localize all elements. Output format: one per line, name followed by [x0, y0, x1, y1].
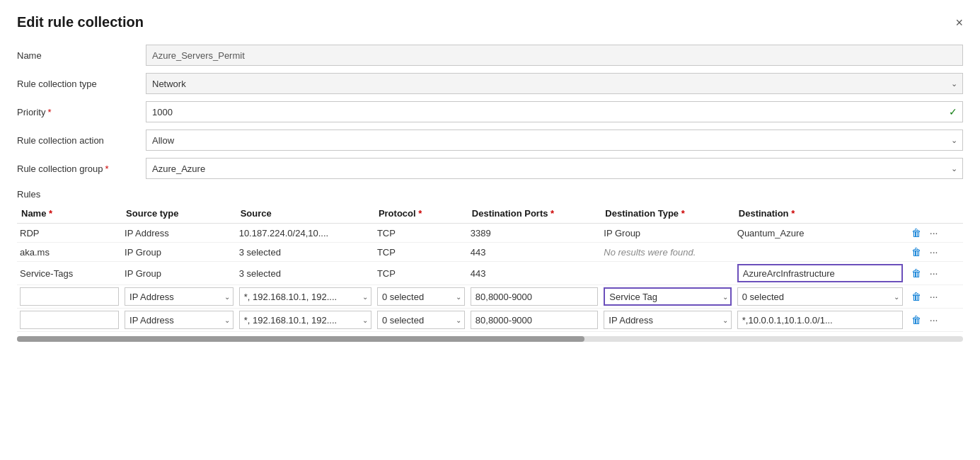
row4-source-type-select-wrap: IP Address IP Group ⌄ — [125, 287, 234, 306]
row5-dest-ports-input[interactable] — [471, 311, 598, 329]
row4-destination-select-wrap: 0 selected ⌄ — [737, 287, 903, 306]
rules-label: Rules — [17, 189, 963, 200]
check-icon: ✓ — [949, 106, 957, 117]
col-actions — [906, 205, 963, 224]
action-select[interactable]: Allow Deny — [146, 130, 963, 151]
row4-dest-type-select[interactable]: Service Tag IP Address IP Group — [604, 287, 731, 306]
panel-title: Edit rule collection — [17, 14, 144, 30]
row5-destination-input[interactable] — [737, 311, 903, 329]
row2-delete-button[interactable]: 🗑 — [909, 245, 924, 259]
row5-dest-type-select[interactable]: IP Address IP Group Service Tag — [604, 311, 731, 329]
row1-source: 10.187.224.0/24,10.... — [239, 228, 329, 238]
row4-name-input[interactable] — [20, 287, 119, 306]
row3-protocol: TCP — [377, 268, 396, 279]
edit-rule-collection-panel: Edit rule collection × Name Rule collect… — [0, 0, 980, 460]
col-source-type: Source type — [122, 205, 236, 224]
row5-source-select[interactable]: *, 192.168.10.1, 192.... — [239, 311, 371, 329]
group-row: Rule collection group * Azure_Azure ⌄ — [17, 158, 963, 179]
col-destination: Destination * — [734, 205, 906, 224]
row2-name: aka.ms — [20, 247, 50, 258]
table-row: RDP IP Address 10.187.224.0/24,10.... TC… — [17, 224, 963, 243]
row5-source-type-select[interactable]: IP Address IP Group — [125, 311, 234, 329]
col-protocol: Protocol * — [374, 205, 468, 224]
row3-dest-ports: 443 — [471, 268, 486, 279]
rules-table: Name * Source type Source Protocol * Des… — [17, 205, 963, 332]
row3-destination-input[interactable] — [737, 264, 903, 282]
col-dest-type: Destination Type * — [601, 205, 734, 224]
row4-more-button[interactable]: ··· — [927, 289, 941, 304]
form-section: Name Rule collection type Network ⌄ Prio… — [17, 45, 963, 179]
row3-delete-button[interactable]: 🗑 — [909, 266, 924, 280]
row5-protocol-select[interactable]: 0 selected TCP UDP — [377, 311, 465, 329]
priority-row: Priority * ✓ — [17, 101, 963, 122]
row1-dest-type: IP Group — [604, 228, 640, 238]
row1-destination: Quantum_Azure — [737, 228, 805, 238]
name-input[interactable] — [146, 45, 963, 66]
name-label: Name — [17, 50, 137, 61]
row2-source-type: IP Group — [125, 247, 161, 258]
row4-destination-select[interactable]: 0 selected — [737, 287, 903, 306]
table-row: aka.ms IP Group 3 selected TCP 443 No re… — [17, 243, 963, 262]
rule-collection-type-select-wrap: Network ⌄ — [146, 73, 963, 94]
close-button[interactable]: × — [955, 16, 963, 29]
action-row: Rule collection action Allow Deny ⌄ — [17, 130, 963, 151]
row2-protocol: TCP — [377, 247, 396, 258]
row5-delete-button[interactable]: 🗑 — [909, 313, 924, 327]
row4-source-select[interactable]: *, 192.168.10.1, 192.... — [239, 287, 371, 306]
group-select-wrap: Azure_Azure ⌄ — [146, 158, 963, 179]
col-dest-ports: Destination Ports * — [468, 205, 601, 224]
rule-collection-type-select[interactable]: Network — [146, 73, 963, 94]
row4-delete-button[interactable]: 🗑 — [909, 289, 924, 304]
table-row: IP Address IP Group ⌄ *, 192.168.10.1, 1… — [17, 309, 963, 332]
priority-input-wrap: ✓ — [146, 101, 963, 122]
row4-dest-type-select-wrap: Service Tag IP Address IP Group ⌄ — [604, 287, 731, 306]
name-row: Name — [17, 45, 963, 66]
priority-input[interactable] — [146, 101, 963, 122]
row4-protocol-select-wrap: 0 selected TCP UDP ⌄ — [377, 287, 465, 306]
row1-dest-ports: 3389 — [471, 228, 491, 238]
action-label: Rule collection action — [17, 135, 137, 146]
row3-more-button[interactable]: ··· — [927, 266, 941, 280]
row5-more-button[interactable]: ··· — [927, 313, 941, 327]
row5-name-input[interactable] — [20, 311, 119, 329]
row3-source-type: IP Group — [125, 268, 161, 279]
group-label: Rule collection group * — [17, 163, 137, 174]
action-select-wrap: Allow Deny ⌄ — [146, 130, 963, 151]
table-row: Service-Tags IP Group 3 selected TCP 443… — [17, 262, 963, 285]
row4-source-select-wrap: *, 192.168.10.1, 192.... ⌄ — [239, 287, 371, 306]
row4-source-type-select[interactable]: IP Address IP Group — [125, 287, 234, 306]
table-row: IP Address IP Group ⌄ *, 192.168.10.1, 1… — [17, 285, 963, 309]
row2-dest-ports: 443 — [471, 247, 486, 258]
row4-dest-ports-input[interactable] — [471, 287, 598, 306]
priority-label: Priority * — [17, 107, 137, 117]
row3-source: 3 selected — [239, 268, 281, 279]
row4-protocol-select[interactable]: 0 selected TCP UDP — [377, 287, 465, 306]
row1-name: RDP — [20, 228, 39, 238]
table-header-row: Name * Source type Source Protocol * Des… — [17, 205, 963, 224]
row1-more-button[interactable]: ··· — [927, 226, 941, 240]
row2-more-button[interactable]: ··· — [927, 245, 941, 259]
row5-source-select-wrap: *, 192.168.10.1, 192.... ⌄ — [239, 311, 371, 329]
panel-header: Edit rule collection × — [17, 14, 963, 30]
horizontal-scrollbar[interactable] — [17, 336, 963, 342]
row5-source-type-select-wrap: IP Address IP Group ⌄ — [125, 311, 234, 329]
row1-delete-button[interactable]: 🗑 — [909, 226, 924, 240]
col-name: Name * — [17, 205, 122, 224]
rule-collection-type-row: Rule collection type Network ⌄ — [17, 73, 963, 94]
rule-collection-type-label: Rule collection type — [17, 79, 137, 89]
row3-name: Service-Tags — [20, 268, 73, 279]
row2-source: 3 selected — [239, 247, 281, 258]
group-select[interactable]: Azure_Azure — [146, 158, 963, 179]
col-source: Source — [236, 205, 374, 224]
row1-source-type: IP Address — [125, 228, 169, 238]
row5-protocol-select-wrap: 0 selected TCP UDP ⌄ — [377, 311, 465, 329]
row5-dest-type-select-wrap: IP Address IP Group Service Tag ⌄ — [604, 311, 731, 329]
row2-no-results: No results were found. — [604, 247, 696, 258]
rules-table-wrap[interactable]: Name * Source type Source Protocol * Des… — [17, 205, 963, 453]
row1-protocol: TCP — [377, 228, 396, 238]
